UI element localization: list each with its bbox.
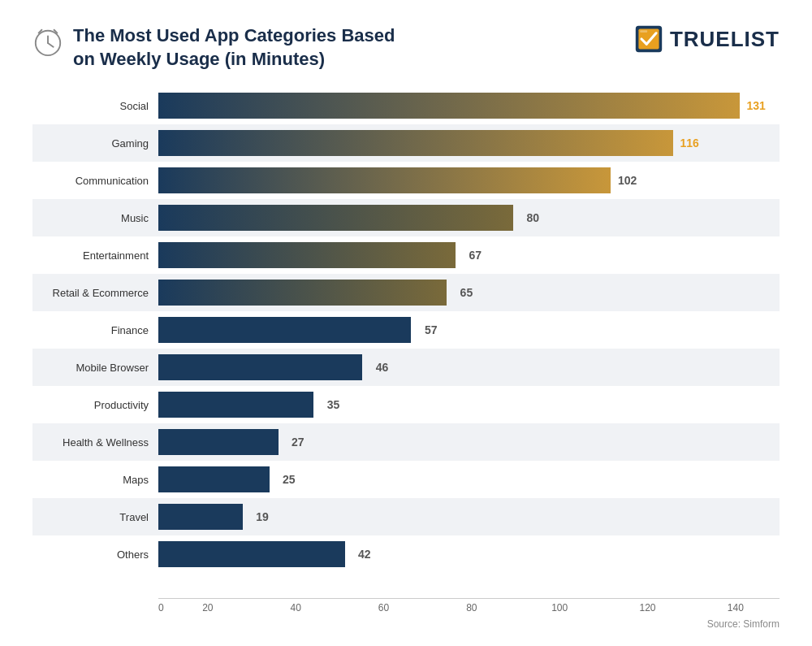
chart-title: The Most Used App Categories Basedon Wee… [73, 24, 395, 71]
bar-row: Music80 [32, 199, 780, 236]
chart-header: The Most Used App Categories Basedon Wee… [32, 24, 780, 71]
bar-value-label: 65 [460, 286, 473, 299]
bar-value-label: 102 [618, 174, 637, 187]
bar-value-label: 25 [283, 473, 296, 486]
bar-area: 65 [158, 274, 780, 311]
bar-label: Gaming [32, 137, 158, 150]
bar-area: 27 [158, 423, 780, 461]
x-axis: 020406080100120140 [158, 598, 780, 613]
bar-value-label: 19 [256, 510, 269, 523]
x-axis-tick: 0 [158, 602, 164, 613]
bar-area: 57 [158, 311, 780, 349]
bar-area: 102 [158, 162, 780, 199]
bar-label: Retail & Ecommerce [32, 287, 158, 299]
bar-value-label: 67 [469, 249, 482, 262]
bar-row: Finance57 [32, 311, 780, 349]
bar-fill: 80 [158, 205, 513, 231]
bar-value-label: 80 [527, 211, 540, 224]
bar-area: 80 [158, 199, 780, 236]
bar-fill: 65 [158, 280, 447, 306]
x-axis-tick: 20 [164, 602, 252, 613]
svg-line-2 [48, 43, 54, 47]
bar-value-label: 57 [425, 323, 438, 336]
bar-label: Music [32, 212, 158, 224]
bar-value-label: 116 [680, 137, 698, 150]
truelist-logo-icon [634, 24, 663, 54]
bar-fill: 35 [158, 392, 313, 418]
bar-row: Gaming116 [32, 124, 780, 162]
x-axis-tick: 60 [339, 602, 427, 613]
x-axis-tick: 140 [692, 602, 780, 613]
x-axis-tick: 120 [603, 602, 691, 613]
bar-label: Health & Wellness [32, 436, 158, 449]
bar-fill: 46 [158, 354, 362, 380]
bar-area: 35 [158, 386, 780, 423]
clock-icon [32, 26, 63, 57]
bar-fill: 131 [158, 93, 740, 119]
bar-fill: 116 [158, 130, 673, 156]
bar-label: Finance [32, 324, 158, 336]
bar-fill: 102 [158, 167, 611, 193]
bar-label: Productivity [32, 399, 158, 411]
title-section: The Most Used App Categories Basedon Wee… [32, 24, 395, 71]
bar-row: Social131 [32, 87, 780, 124]
bar-value-label: 46 [376, 361, 389, 374]
bar-area: 131 [158, 87, 780, 124]
bar-chart: Social131Gaming116Communication102Music8… [32, 87, 780, 598]
x-axis-tick: 40 [252, 602, 339, 613]
bar-fill: 19 [158, 504, 243, 530]
bar-area: 42 [158, 535, 780, 573]
bar-row: Health & Wellness27 [32, 423, 780, 461]
bar-label: Entertainment [32, 249, 158, 262]
bar-label: Communication [32, 175, 158, 187]
bar-label: Maps [32, 474, 158, 486]
bar-row: Travel19 [32, 498, 780, 535]
bar-label: Mobile Browser [32, 362, 158, 374]
logo-section: TRUELIST [634, 24, 780, 54]
bar-label: Others [32, 548, 158, 561]
bar-area: 19 [158, 498, 780, 535]
bar-row: Maps25 [32, 461, 780, 498]
bar-value-label: 27 [292, 436, 304, 449]
bar-value-label: 35 [327, 398, 340, 411]
bar-area: 25 [158, 461, 780, 498]
x-axis-tick: 80 [428, 602, 516, 613]
bar-label: Social [32, 100, 158, 112]
bar-area: 67 [158, 236, 780, 274]
bar-value-label: 42 [358, 548, 371, 561]
bar-row: Communication102 [32, 162, 780, 199]
bar-row: Productivity35 [32, 386, 780, 423]
svg-rect-7 [640, 30, 647, 33]
bar-area: 46 [158, 349, 780, 386]
bar-row: Others42 [32, 535, 780, 573]
x-axis-tick: 100 [516, 602, 603, 613]
logo-text: TRUELIST [670, 27, 780, 52]
bar-fill: 57 [158, 317, 411, 343]
bar-area: 116 [158, 124, 780, 162]
bar-row: Entertainment67 [32, 236, 780, 274]
bar-row: Retail & Ecommerce65 [32, 274, 780, 311]
source-citation: Source: Simform [32, 618, 780, 630]
bar-row: Mobile Browser46 [32, 349, 780, 386]
bar-fill: 27 [158, 429, 279, 455]
bar-fill: 25 [158, 466, 270, 492]
bar-value-label: 131 [746, 99, 765, 112]
bar-label: Travel [32, 511, 158, 523]
bar-fill: 42 [158, 541, 345, 567]
bar-fill: 67 [158, 242, 456, 268]
